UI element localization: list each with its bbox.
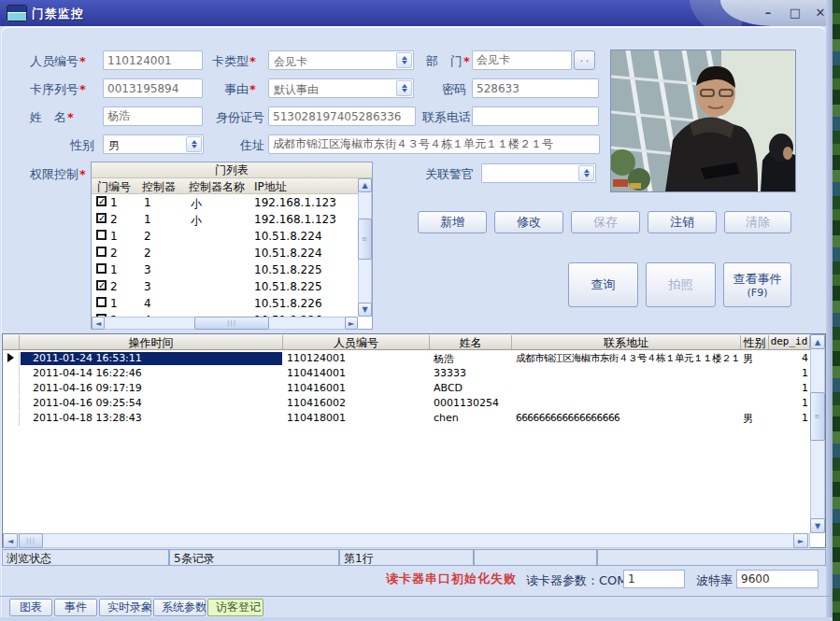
door-row[interactable]: ✓2310.51.8.225 (92, 278, 358, 295)
door-checkbox[interactable]: ✓ (96, 213, 107, 223)
query-button[interactable]: 查询 (568, 262, 638, 307)
take-photo-button: 拍照 (646, 262, 716, 307)
dropdown-arrow-icon[interactable] (396, 80, 412, 96)
baud-rate-label: 波特率 (696, 572, 733, 589)
door-col-controller-name: 控制器名称 (189, 179, 245, 195)
tab-events[interactable]: 事件 (54, 599, 97, 616)
door-checkbox[interactable] (96, 230, 107, 240)
grid-row[interactable]: 2011-04-14 16:22:46 110414001 33333 1 (3, 366, 810, 380)
grid-hscroll-thumb[interactable]: ||| (19, 533, 43, 548)
officer-label: 关联警官 (425, 166, 474, 183)
gender-combobox[interactable]: 男 (103, 134, 204, 154)
door-list-table: 门列表 门编号 控制器 控制器名称 IP地址 ✓11小192.168.1.123… (91, 162, 373, 330)
door-hscroll-thumb[interactable]: ||| (194, 317, 269, 330)
door-col-number: 门编号 (97, 179, 131, 195)
logout-button[interactable]: 注销 (648, 211, 717, 233)
grid-col-selector (3, 335, 20, 349)
maximize-button[interactable]: □ (786, 6, 804, 21)
tab-visitor-registration[interactable]: 访客登记 (207, 599, 263, 616)
door-vscroll-thumb[interactable]: ≡ (358, 219, 372, 260)
dropdown-arrow-icon[interactable] (396, 52, 412, 68)
scroll-left-icon[interactable]: ◄ (3, 533, 18, 548)
person-id-input[interactable] (103, 50, 203, 70)
add-button[interactable]: 新增 (418, 211, 487, 233)
grid-header: 操作时间 人员编号 姓名 联系地址 性别 dep_id (3, 334, 810, 350)
visitor-photo (610, 49, 796, 192)
tab-chart[interactable]: 图表 (9, 599, 52, 616)
password-input[interactable] (472, 78, 599, 98)
department-browse-button[interactable]: . . (574, 50, 595, 70)
address-input[interactable] (268, 134, 600, 154)
door-row[interactable]: 2210.51.8.224 (92, 245, 358, 261)
door-checkbox[interactable]: ✓ (96, 280, 107, 290)
scroll-up-icon[interactable]: ▲ (358, 178, 372, 192)
desktop-wallpaper (833, 0, 840, 621)
door-row[interactable]: ✓21小192.168.1.123 (92, 211, 358, 228)
name-label: 姓 名* (30, 109, 74, 126)
reason-combobox[interactable]: 默认事由 (268, 78, 414, 98)
grid-row[interactable]: 2011-04-18 13:28:43 110418001 chen 66666… (3, 411, 810, 425)
permission-label: 权限控制* (30, 166, 86, 183)
door-row[interactable]: 1310.51.8.225 (92, 261, 358, 278)
door-checkbox[interactable] (96, 263, 107, 274)
phone-label: 联系电话 (422, 109, 471, 126)
app-window: 门禁监控 – □ ✕ 人员编号* 卡类型* 会见卡 部 门* . . 卡序列号*… (0, 0, 840, 621)
door-checkbox[interactable]: ✓ (96, 196, 107, 206)
row-indicator-icon (7, 353, 14, 362)
modify-button[interactable]: 修改 (494, 211, 563, 233)
dropdown-arrow-icon[interactable] (578, 165, 594, 181)
officer-combobox[interactable] (481, 163, 596, 183)
door-row[interactable]: 1410.51.8.226 (92, 295, 358, 312)
tab-system-params[interactable]: 系统参数 (153, 599, 206, 616)
door-list-header: 门编号 控制器 控制器名称 IP地址 (92, 178, 358, 194)
minimize-button[interactable]: – (759, 6, 777, 21)
door-row[interactable]: ✓11小192.168.1.123 (92, 194, 358, 211)
door-list-rows: ✓11小192.168.1.123 ✓21小192.168.1.123 1210… (92, 194, 358, 317)
baud-rate-input[interactable] (736, 570, 819, 588)
grid-vscroll-thumb[interactable]: ≡ (810, 392, 825, 441)
name-input[interactable] (103, 106, 203, 126)
grid-row-selected[interactable]: 2011-01-24 16:53:11 110124001 杨浩 成都市锦江区海… (3, 351, 810, 365)
password-label: 密码 (442, 81, 466, 98)
view-events-button[interactable]: 查看事件(F9) (723, 262, 791, 307)
clear-button: 清除 (724, 211, 791, 233)
grid-col-address: 联系地址 (512, 335, 741, 349)
card-type-label: 卡类型* (212, 53, 256, 70)
scroll-right-icon[interactable]: ► (793, 533, 808, 548)
reason-label: 事由* (224, 81, 256, 98)
dropdown-arrow-icon[interactable] (186, 136, 202, 152)
door-row[interactable]: 1210.51.8.224 (92, 228, 358, 245)
tab-divider (0, 596, 833, 597)
door-checkbox[interactable] (96, 297, 107, 307)
card-type-combobox[interactable]: 会见卡 (268, 50, 414, 70)
com-port-input[interactable] (623, 570, 685, 588)
door-checkbox[interactable] (96, 247, 107, 257)
grid-col-dep-id: dep_id (769, 335, 810, 349)
id-number-label: 身份证号 (216, 109, 264, 126)
scroll-down-icon[interactable]: ▼ (358, 303, 372, 317)
door-col-controller: 控制器 (142, 179, 176, 195)
save-button: 保存 (571, 211, 640, 233)
phone-input[interactable] (472, 106, 599, 126)
id-number-input[interactable] (268, 106, 416, 126)
grid-col-gender: 性别 (741, 335, 769, 349)
grid-col-time: 操作时间 (20, 335, 283, 349)
scroll-right-icon[interactable]: ► (345, 317, 358, 330)
app-icon (7, 5, 27, 21)
gender-label: 性别 (70, 137, 94, 154)
visitor-photo-image (611, 50, 795, 191)
person-id-label: 人员编号* (30, 53, 86, 70)
grid-hscrollbar[interactable] (3, 533, 810, 548)
records-grid: 操作时间 人员编号 姓名 联系地址 性别 dep_id 2011-01-24 1… (2, 333, 826, 548)
scroll-down-icon[interactable]: ▼ (810, 518, 825, 533)
grid-row[interactable]: 2011-04-16 09:25:54 110416002 0001130254… (3, 396, 810, 410)
status-cell-empty (474, 549, 597, 566)
address-label: 住址 (240, 137, 264, 154)
scroll-left-icon[interactable]: ◄ (92, 317, 105, 330)
grid-row[interactable]: 2011-04-16 09:17:19 110416001 ABCD 1 (3, 381, 810, 395)
card-serial-input[interactable] (103, 78, 203, 98)
department-input[interactable] (472, 50, 572, 70)
scroll-up-icon[interactable]: ▲ (810, 334, 825, 349)
tab-live-video[interactable]: 实时录象 (99, 599, 151, 616)
status-bar: 浏览状态 5条记录 第1行 (2, 549, 826, 566)
